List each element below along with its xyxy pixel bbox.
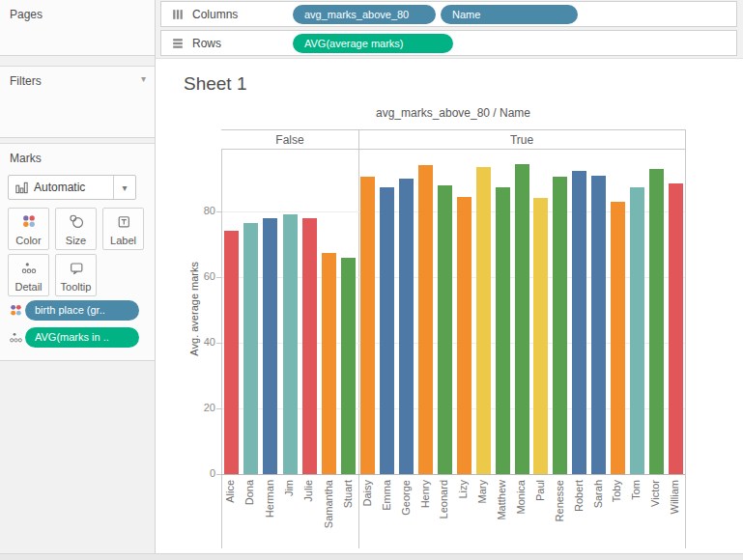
axis-tick xyxy=(216,211,221,212)
color-pill[interactable]: birth place (gr.. xyxy=(25,300,139,321)
category-label[interactable]: Samantha xyxy=(323,480,335,528)
color-button-label: Color xyxy=(15,235,41,246)
bar[interactable] xyxy=(302,218,317,474)
pane-divider xyxy=(358,129,359,548)
bar[interactable] xyxy=(476,167,491,474)
chevron-down-icon[interactable]: ▾ xyxy=(113,176,135,199)
category-label[interactable]: Alice xyxy=(224,480,237,503)
filters-title: Filters xyxy=(10,74,42,88)
category-label[interactable]: Herman xyxy=(264,480,276,518)
sidebar: Pages Filters ▾ Marks Automatic ▾ xyxy=(0,0,155,553)
field-pill-avg-marks-above-80[interactable]: avg_marks_above_80 xyxy=(293,5,436,24)
bar[interactable] xyxy=(224,231,239,474)
label-button[interactable]: Label xyxy=(102,208,144,250)
category-label[interactable]: Victor xyxy=(649,480,662,507)
axis-tick xyxy=(216,277,221,278)
category-label[interactable]: George xyxy=(400,480,413,516)
bar[interactable] xyxy=(399,179,414,474)
bar[interactable] xyxy=(263,218,277,474)
category-label[interactable]: Leonard xyxy=(438,480,450,518)
category-label[interactable]: Renesse xyxy=(554,480,566,521)
rows-shelf-label: Rows xyxy=(192,37,268,50)
filters-shelf[interactable]: Filters ▾ xyxy=(0,66,155,138)
detail-pill[interactable]: AVG(marks in .. xyxy=(25,327,139,348)
color-icon xyxy=(20,213,37,230)
y-tick-label: 0 xyxy=(183,467,215,479)
detail-button[interactable]: Detail xyxy=(8,254,49,296)
pane-header-true[interactable]: True xyxy=(358,133,685,147)
category-label[interactable]: Julie xyxy=(302,480,315,502)
bar[interactable] xyxy=(630,187,644,475)
bar[interactable] xyxy=(418,165,433,474)
field-pill-avg-average-marks[interactable]: AVG(average marks) xyxy=(293,34,453,53)
marks-pill-row: AVG(marks in .. xyxy=(6,327,139,348)
bar[interactable] xyxy=(611,202,625,474)
category-label[interactable]: Robert xyxy=(573,480,586,512)
columns-grid-icon xyxy=(171,8,185,21)
bar[interactable] xyxy=(649,169,664,474)
marks-title: Marks xyxy=(10,152,42,165)
worksheet-view: Sheet 1 avg_marks_above_80 / Name0204060… xyxy=(156,58,743,553)
size-icon xyxy=(68,213,84,230)
x-axis-line xyxy=(221,474,685,475)
category-label[interactable]: Sarah xyxy=(592,480,605,508)
category-label[interactable]: Mary xyxy=(476,480,489,503)
field-pill-name[interactable]: Name xyxy=(441,5,578,24)
category-label[interactable]: Stuart xyxy=(342,480,355,508)
category-label[interactable]: Daisy xyxy=(361,480,374,507)
shelf-bar: Columns avg_marks_above_80 Name Rows AVG… xyxy=(156,0,743,58)
category-label[interactable]: Emma xyxy=(381,480,393,511)
category-label[interactable]: Paul xyxy=(534,480,547,501)
color-button[interactable]: Color xyxy=(8,208,49,250)
bar[interactable] xyxy=(360,177,375,474)
category-label[interactable]: Monica xyxy=(515,480,528,514)
bar[interactable] xyxy=(533,198,548,474)
bar[interactable] xyxy=(572,171,586,475)
axis-tick xyxy=(216,343,221,344)
columns-shelf-label: Columns xyxy=(192,8,268,21)
category-label[interactable]: Henry xyxy=(419,480,432,508)
tooltip-button[interactable]: Tooltip xyxy=(55,254,97,296)
columns-shelf[interactable]: Columns avg_marks_above_80 Name xyxy=(160,1,737,27)
chart-title: avg_marks_above_80 / Name xyxy=(221,106,685,120)
detail-button-label: Detail xyxy=(14,281,42,293)
category-label[interactable]: William xyxy=(669,480,681,514)
category-label[interactable]: Tom xyxy=(630,480,643,500)
bar[interactable] xyxy=(438,185,452,474)
bar[interactable] xyxy=(553,177,567,474)
rows-list-icon xyxy=(171,37,185,50)
pages-title: Pages xyxy=(10,8,43,21)
bar[interactable] xyxy=(243,223,258,474)
y-tick-label: 80 xyxy=(183,205,215,216)
mark-type-dropdown[interactable]: Automatic ▾ xyxy=(8,175,136,200)
label-button-label: Label xyxy=(110,235,136,246)
category-label[interactable]: Matthew xyxy=(496,480,508,520)
rows-shelf[interactable]: Rows AVG(average marks) xyxy=(160,30,737,56)
bar[interactable] xyxy=(380,187,394,475)
y-tick-label: 20 xyxy=(183,402,215,413)
bar-chart: avg_marks_above_80 / Name020406080Avg. a… xyxy=(156,59,743,554)
bar[interactable] xyxy=(496,187,510,475)
pane-header-false[interactable]: False xyxy=(221,133,358,147)
bar[interactable] xyxy=(341,258,356,474)
bar[interactable] xyxy=(322,253,336,475)
bar[interactable] xyxy=(457,197,472,474)
category-label[interactable]: Toby xyxy=(611,480,623,502)
label-icon xyxy=(115,213,131,230)
size-button[interactable]: Size xyxy=(55,208,97,250)
chevron-down-icon[interactable]: ▾ xyxy=(141,73,146,85)
category-label[interactable]: Lizy xyxy=(457,480,470,499)
pane-top-border xyxy=(221,149,685,150)
bar-chart-icon xyxy=(14,181,29,195)
category-label[interactable]: Jim xyxy=(283,480,296,496)
bar[interactable] xyxy=(669,183,683,474)
color-icon xyxy=(6,303,25,318)
detail-icon xyxy=(6,330,25,345)
category-label[interactable]: Dona xyxy=(243,480,256,505)
bar[interactable] xyxy=(283,214,298,474)
size-button-label: Size xyxy=(66,235,86,246)
bar[interactable] xyxy=(515,164,529,474)
detail-icon xyxy=(20,260,37,276)
bar[interactable] xyxy=(591,176,606,474)
pages-shelf[interactable]: Pages xyxy=(0,0,155,56)
